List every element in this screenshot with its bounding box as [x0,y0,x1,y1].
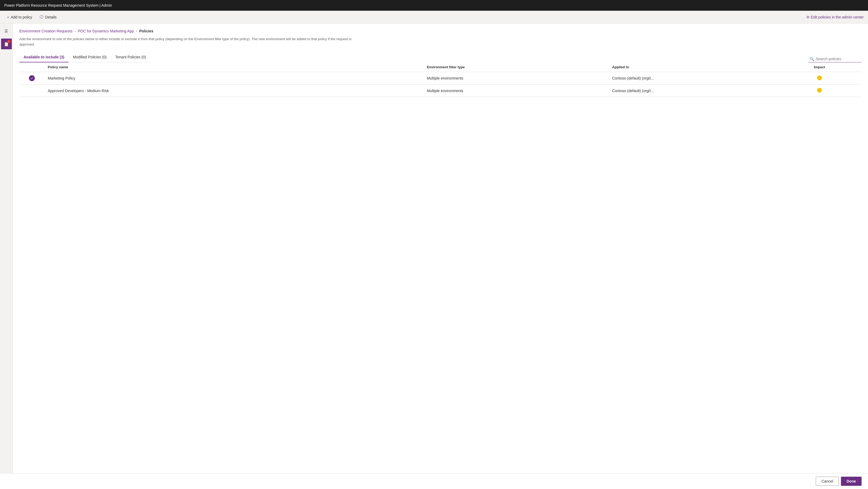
breadcrumb: Environment Creation Requests › POC for … [19,29,862,33]
hamburger-icon: ☰ [5,29,8,33]
page-description: Add the environment to one of the polici… [19,36,368,47]
row-policy-name: Marketing Policy [44,72,424,85]
title-bar-text: Power Platform Resource Request Manageme… [4,3,112,7]
details-button[interactable]: ⓘ Details [37,13,59,21]
external-link-icon: ⧉ [807,15,809,19]
breadcrumb-sep-1: › [136,29,137,33]
row-check-cell[interactable]: ✓ [19,72,44,85]
tab-available[interactable]: Available to include (3) [19,52,69,62]
row-applied-to: Contoso (default) (org0... [609,85,777,97]
cancel-button[interactable]: Cancel [816,477,839,486]
edit-policies-link[interactable]: ⧉ Edit policies in the admin center [807,15,864,19]
row-impact [777,85,862,97]
policy-table: Policy name Environment filter type Appl… [19,62,862,484]
search-box: 🔍 [808,56,862,62]
details-label: Details [45,15,57,19]
row-check-cell[interactable] [19,85,44,97]
col-header-impact: Impact [777,62,862,72]
tab-modified[interactable]: Modified Policies (0) [69,52,111,62]
row-impact [777,72,862,85]
bottom-bar: Cancel Done [0,473,868,489]
check-circle-icon: ✓ [29,75,35,81]
toolbar: + Add to policy ⓘ Details ⧉ Edit policie… [0,11,868,24]
row-policy-name: Approved Developers - Medium Risk [44,85,424,97]
col-header-applied-to: Applied to [609,62,777,72]
edit-policies-label: Edit policies in the admin center [811,15,864,19]
nav-badge: ! [7,40,11,43]
breadcrumb-item-2: Policies [139,29,154,33]
breadcrumb-item-1[interactable]: POC for Dynamics Marketing App [78,29,134,33]
plus-icon: + [7,15,9,19]
row-env-filter-type: Multiple environments [424,85,609,97]
breadcrumb-sep-0: › [74,29,75,33]
col-header-env-filter: Environment filter type [424,62,609,72]
col-header-policy-name: Policy name [44,62,424,72]
main-layout: ☰ 📋 ! Environment Creation Requests › PO… [0,24,868,489]
impact-dot-icon [817,88,822,93]
hamburger-menu-button[interactable]: ☰ [1,26,12,36]
table-row[interactable]: ✓Marketing PolicyMultiple environmentsCo… [19,72,862,85]
done-button[interactable]: Done [841,477,862,486]
row-env-filter-type: Multiple environments [424,72,609,85]
search-input[interactable] [816,57,859,61]
table-row[interactable]: Approved Developers - Medium RiskMultipl… [19,85,862,97]
table-header-row: Policy name Environment filter type Appl… [19,62,862,72]
add-to-policy-button[interactable]: + Add to policy [4,13,35,21]
tab-tenant[interactable]: Tenant Policies (0) [111,52,150,62]
tabs: Available to include (3) Modified Polici… [19,52,150,62]
info-icon: ⓘ [40,15,43,20]
search-icon: 🔍 [810,57,814,61]
title-bar: Power Platform Resource Request Manageme… [0,0,868,11]
col-header-check [19,62,44,72]
sidebar-nav-item-requests[interactable]: 📋 ! [1,39,12,49]
impact-dot-icon [817,75,822,80]
add-to-policy-label: Add to policy [11,15,32,19]
sidebar: ☰ 📋 ! [0,24,13,489]
row-applied-to: Contoso (default) (org0... [609,72,777,85]
content-area: Environment Creation Requests › POC for … [13,24,868,489]
breadcrumb-item-0[interactable]: Environment Creation Requests [19,29,72,33]
